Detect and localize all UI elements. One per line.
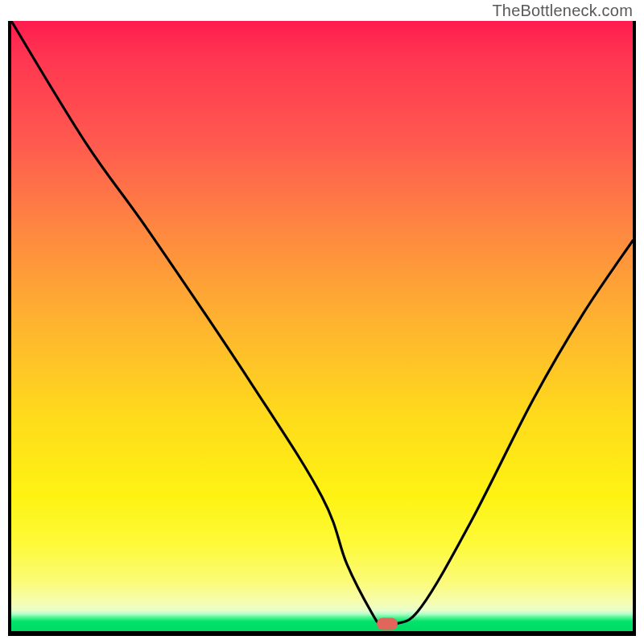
plot-area	[11, 21, 633, 631]
curve-path	[11, 21, 633, 625]
optimal-point-marker	[377, 617, 398, 630]
chart-frame	[8, 21, 636, 636]
bottleneck-curve	[11, 21, 633, 631]
attribution-text: TheBottleneck.com	[492, 2, 633, 20]
